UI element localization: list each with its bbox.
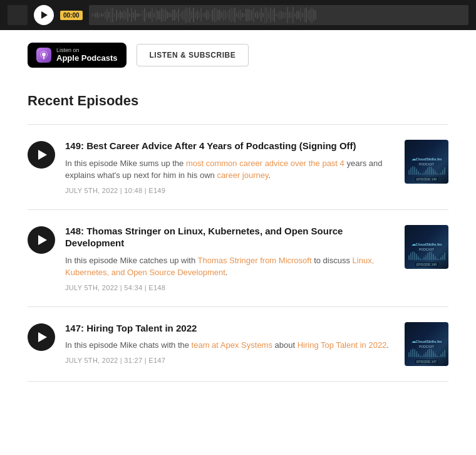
- episode-meta: JULY 5TH, 2022 | 54:34 | E148: [65, 284, 395, 291]
- episode-meta: JULY 5TH, 2022 | 31:27 | E147: [65, 357, 395, 364]
- episode-meta: JULY 5TH, 2022 | 10:48 | E149: [65, 187, 395, 194]
- waveform-bars: [89, 5, 468, 25]
- episode-item: 148: Thomas Stringer on Linux, Kubernete…: [28, 210, 448, 307]
- episode-content: 148: Thomas Stringer on Linux, Kubernete…: [65, 225, 395, 291]
- episodes-list: 149: Best Career Advice After 4 Years of…: [28, 124, 448, 382]
- player-waveform[interactable]: [89, 5, 468, 25]
- episode-description: In this episode Mike sums up the most co…: [65, 157, 395, 182]
- player-play-button[interactable]: [34, 5, 54, 25]
- apple-service-label: Apple Podcasts: [56, 54, 118, 63]
- subscribe-section: Listen on Apple Podcasts LISTEN & SUBSCR…: [0, 30, 476, 80]
- episode-thumbnail-ep149: ☁CloudSkills.fm PODCAST EPISODE 149: [405, 140, 448, 184]
- episode-play-button-ep148[interactable]: [28, 226, 55, 254]
- player-thumbnail: [8, 5, 28, 25]
- player-time: 00:00: [60, 11, 83, 20]
- episode-content: 149: Best Career Advice After 4 Years of…: [65, 140, 395, 194]
- episode-title: 148: Thomas Stringer on Linux, Kubernete…: [65, 225, 395, 249]
- episode-item: 149: Best Career Advice After 4 Years of…: [28, 125, 448, 210]
- episode-play-button-ep149[interactable]: [28, 141, 55, 169]
- episode-description: In this episode Mike chats with the team…: [65, 339, 395, 352]
- section-title: Recent Episodes: [28, 93, 448, 109]
- recent-episodes-section: Recent Episodes 149: Best Career Advice …: [0, 80, 476, 382]
- episode-content: 147: Hiring Top Talent in 2022In this ep…: [65, 322, 395, 364]
- episode-play-button-ep147[interactable]: [28, 323, 55, 351]
- episode-description: In this episode Mike catches up with Tho…: [65, 254, 395, 279]
- episode-thumbnail-ep147: ☁CloudSkills.fm PODCAST EPISODE 147: [405, 322, 448, 366]
- episode-thumbnail-ep148: ☁CloudSkills.fm PODCAST EPISODE 148: [405, 225, 448, 269]
- episode-title: 149: Best Career Advice After 4 Years of…: [65, 140, 395, 152]
- apple-text: Listen on Apple Podcasts: [56, 48, 118, 63]
- episode-item: 147: Hiring Top Talent in 2022In this ep…: [28, 307, 448, 382]
- listen-subscribe-button[interactable]: LISTEN & SUBSCRIBE: [137, 44, 249, 66]
- apple-podcasts-button[interactable]: Listen on Apple Podcasts: [28, 43, 127, 68]
- svg-point-0: [42, 53, 46, 56]
- episode-title: 147: Hiring Top Talent in 2022: [65, 322, 395, 335]
- audio-player: 00:00: [0, 0, 476, 30]
- apple-podcasts-icon: [36, 48, 51, 63]
